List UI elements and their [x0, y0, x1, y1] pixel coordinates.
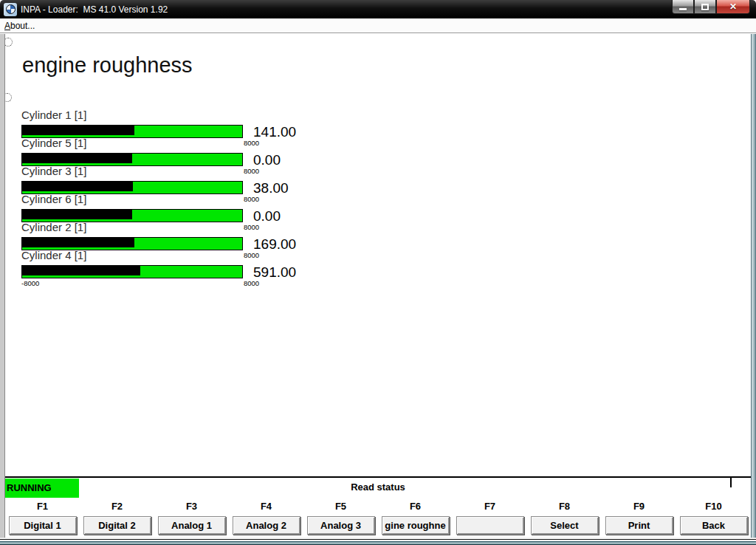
window-frame-left — [0, 34, 5, 538]
fkey-column: F5Analog 3 — [303, 498, 378, 538]
axis-tick-max: 8000 — [244, 224, 259, 231]
function-key-panel: F1Digital 1F2Digital 2F3Analog 1F4Analog… — [5, 498, 751, 538]
window-controls: ✕ — [672, 0, 750, 14]
menu-bar: About... — [0, 18, 756, 33]
fkey-label-f1: F1 — [37, 501, 48, 512]
gauge-label: Cylinder 3 [1] — [21, 165, 86, 177]
fkey-button-f2[interactable]: Digital 2 — [83, 516, 151, 535]
main-screen: engine roughness Cylinder 1 [1]141.00800… — [5, 34, 751, 476]
bmw-roundel-icon — [4, 3, 17, 16]
minimize-button[interactable] — [672, 0, 694, 14]
window-frame-right — [751, 34, 756, 538]
minimize-icon — [679, 8, 687, 10]
fkey-label-f6: F6 — [410, 501, 421, 512]
menu-item-about[interactable]: About... — [0, 21, 39, 31]
close-icon: ✕ — [729, 2, 737, 11]
fkey-column: F8Select — [527, 498, 602, 538]
axis-tick-max: 8000 — [244, 252, 259, 259]
gauge-bar-fill — [22, 210, 132, 219]
axis-tick-max: 8000 — [244, 280, 259, 287]
status-bar: RUNNING Read status — [5, 476, 751, 498]
fkey-button-f1[interactable]: Digital 1 — [9, 516, 77, 535]
axis-tick-max: 8000 — [244, 196, 259, 203]
fkey-label-f10: F10 — [705, 501, 721, 512]
fkey-button-f9[interactable]: Print — [605, 516, 673, 535]
gauge-label: Cylinder 6 [1] — [21, 193, 86, 205]
window-title: INPA - Loader: MS 41.0 Version 1.92 — [21, 4, 168, 15]
gauge-label: Cylinder 4 [1] — [21, 250, 86, 261]
axis-tick-min: -8000 — [21, 280, 39, 287]
gauge-label: Cylinder 2 [1] — [21, 222, 86, 233]
gauge-value: 169.00 — [253, 237, 296, 251]
status-message: Read status — [5, 481, 751, 493]
fkey-column: F3Analog 1 — [154, 498, 229, 538]
fkey-button-f3[interactable]: Analog 1 — [158, 516, 226, 535]
gauge-value: 0.00 — [253, 209, 281, 223]
fkey-label-f9: F9 — [633, 501, 645, 512]
fkey-button-f5[interactable]: Analog 3 — [307, 516, 375, 535]
gauge-bar-fill — [22, 182, 133, 191]
gauge-value: 38.00 — [253, 181, 289, 195]
fkey-column: F1Digital 1 — [5, 498, 80, 538]
gauge-value: 0.00 — [253, 153, 281, 167]
axis-tick-max: 8000 — [244, 140, 259, 147]
fkey-label-f3: F3 — [186, 501, 197, 512]
gauge-label: Cylinder 1 [1] — [21, 109, 86, 121]
fkey-column: F7 — [453, 498, 527, 538]
window-frame-bottom — [0, 538, 756, 545]
fkey-button-f10[interactable]: Back — [680, 516, 748, 535]
about-label: bout... — [10, 21, 35, 31]
axis-tick-max: 8000 — [244, 168, 259, 175]
fkey-button-f7[interactable] — [456, 516, 524, 535]
gauge-bar-fill — [22, 126, 134, 135]
app-window: INPA - Loader: MS 41.0 Version 1.92 ✕ Ab… — [0, 0, 756, 545]
fkey-column: F6gine roughne — [378, 498, 453, 538]
fkey-label-f4: F4 — [261, 501, 272, 512]
maximize-icon — [701, 4, 709, 10]
gauge-label: Cylinder 5 [1] — [21, 137, 86, 149]
close-button[interactable]: ✕ — [716, 0, 750, 14]
about-accelerator: A — [4, 21, 10, 31]
fkey-label-f5: F5 — [335, 501, 346, 512]
gauge-value: 591.00 — [253, 265, 296, 279]
fkey-column: F2Digital 2 — [80, 498, 154, 538]
fkey-label-f2: F2 — [111, 501, 123, 512]
title-bar[interactable]: INPA - Loader: MS 41.0 Version 1.92 ✕ — [0, 0, 756, 18]
fkey-button-f8[interactable]: Select — [531, 516, 599, 535]
fkey-label-f7: F7 — [484, 501, 495, 512]
gauge-bar-fill — [22, 266, 140, 275]
status-divider — [730, 478, 732, 487]
gauge-value: 141.00 — [253, 125, 296, 139]
fkey-column: F4Analog 2 — [229, 498, 303, 538]
fkey-button-f6[interactable]: gine roughne — [382, 516, 450, 535]
fkey-column: F10Back — [676, 498, 751, 538]
gauge-bar — [21, 265, 243, 278]
fkey-button-f4[interactable]: Analog 2 — [233, 516, 300, 535]
gauge-bar-fill — [22, 154, 132, 163]
page-title: engine roughness — [22, 53, 193, 78]
maximize-button[interactable] — [694, 0, 716, 14]
gauge-bar-fill — [22, 238, 134, 247]
fkey-column: F9Print — [602, 498, 676, 538]
fkey-label-f8: F8 — [559, 501, 570, 512]
